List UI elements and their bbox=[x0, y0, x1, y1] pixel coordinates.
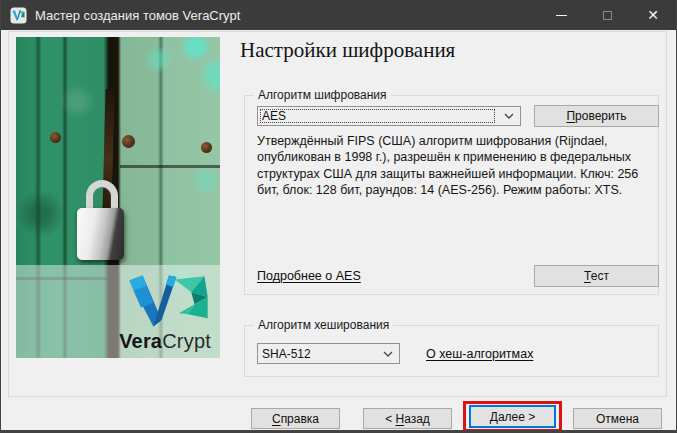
maximize-icon bbox=[603, 11, 612, 20]
veracrypt-app-icon bbox=[10, 7, 27, 24]
more-about-aes-link[interactable]: Подробнее о AES bbox=[257, 269, 361, 283]
plank-seam bbox=[120, 165, 220, 168]
encryption-algorithm-group: Алгоритм шифрования AES Проверить Утверж… bbox=[244, 95, 659, 295]
help-button[interactable]: Справка bbox=[251, 408, 340, 429]
page-title: Настройки шифрования bbox=[240, 38, 455, 63]
next-button[interactable]: Далее > bbox=[469, 405, 556, 428]
benchmark-test-button[interactable]: Тест bbox=[534, 265, 659, 287]
minimize-button[interactable] bbox=[538, 0, 584, 30]
chevron-down-icon bbox=[498, 107, 520, 125]
veracrypt-wizard-window: Мастер создания томов VeraCrypt ✕ bbox=[0, 0, 677, 433]
door-photo: VeraCrypt bbox=[16, 37, 220, 358]
window-controls: ✕ bbox=[538, 0, 676, 30]
hash-algorithm-value: SHA-512 bbox=[258, 347, 377, 361]
bolt bbox=[50, 132, 61, 143]
verify-button[interactable]: Проверить bbox=[534, 105, 659, 127]
maximize-button bbox=[584, 0, 630, 30]
brand-band: VeraCrypt bbox=[16, 265, 220, 358]
hash-algorithm-group: Алгоритм хеширования SHA-512 О хеш-алгор… bbox=[244, 325, 659, 377]
chevron-down-icon bbox=[377, 344, 399, 363]
encryption-algorithm-select[interactable]: AES bbox=[257, 106, 521, 126]
cancel-button[interactable]: Отмена bbox=[573, 408, 662, 429]
close-button[interactable]: ✕ bbox=[630, 0, 676, 30]
close-icon: ✕ bbox=[647, 8, 659, 22]
bolt bbox=[122, 135, 135, 148]
encryption-group-label: Алгоритм шифрования bbox=[254, 88, 391, 102]
hash-algorithm-select[interactable]: SHA-512 bbox=[257, 343, 400, 364]
focus-rect bbox=[260, 109, 495, 123]
padlock-body bbox=[77, 208, 124, 260]
veracrypt-logo-icon bbox=[127, 273, 211, 329]
minimize-icon bbox=[556, 15, 567, 16]
dialog-client-area: VeraCrypt Настройки шифрования Алгоритм … bbox=[1, 30, 676, 430]
algorithm-description: Утверждённый FIPS (США) алгоритм шифрова… bbox=[257, 133, 661, 199]
titlebar: Мастер создания томов VeraCrypt ✕ bbox=[1, 0, 676, 30]
hash-info-link[interactable]: О хеш-алгоритмах bbox=[426, 347, 533, 361]
window-title: Мастер создания томов VeraCrypt bbox=[35, 8, 240, 23]
bolt bbox=[201, 142, 212, 153]
veracrypt-wordmark: VeraCrypt bbox=[119, 331, 211, 351]
back-button[interactable]: < Назад bbox=[363, 408, 452, 429]
hash-group-label: Алгоритм хеширования bbox=[254, 318, 393, 332]
